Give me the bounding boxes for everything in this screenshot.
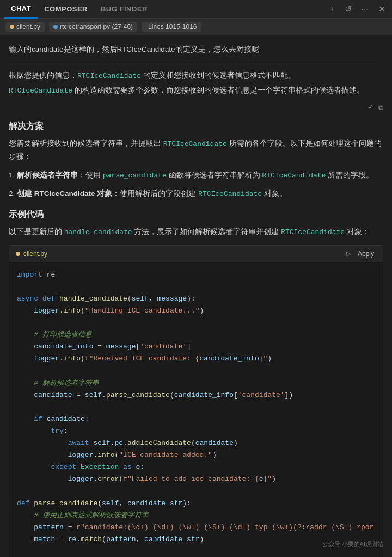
example-intro: 以下是更新后的 handle_candidate 方法，展示了如何解析候选者字符…: [9, 226, 383, 238]
tab-composer[interactable]: COMPOSER: [38, 0, 94, 19]
file-icon-rtcicetransport: [53, 25, 58, 29]
step-1: 1. 解析候选者字符串：使用 parse_candidate 函数将候选者字符串…: [9, 169, 383, 182]
inline-code-2: RTCIceCandidate: [9, 87, 72, 95]
separator: [9, 64, 383, 64]
file-tab-rtcicetransport[interactable]: rtcicetransport.py (27-46): [49, 22, 137, 32]
title-bar: CHAT COMPOSER BUG FINDER + ↺ ··· ✕: [0, 0, 392, 19]
inline-code-rtcice3: RTCIceCandidate: [281, 228, 345, 236]
tab-chat[interactable]: CHAT: [4, 0, 38, 19]
copy-icon[interactable]: ⧉: [378, 103, 383, 112]
file-tab-client-py[interactable]: client.py: [5, 22, 45, 32]
inline-code-parse: parse_candidate: [103, 172, 167, 180]
code-block: client.py ▷ Apply import re async def ha…: [9, 245, 383, 557]
code-block-filename-label: client.py: [23, 250, 47, 258]
add-icon[interactable]: +: [327, 3, 336, 15]
undo-icon[interactable]: ↶: [368, 103, 374, 112]
inline-code-rtcice: RTCIceCandidate: [262, 172, 326, 180]
code-block-actions: ▷ Apply: [346, 249, 376, 259]
apply-button[interactable]: Apply: [356, 249, 376, 259]
tab-bug-finder[interactable]: BUG FINDER: [94, 0, 154, 19]
inline-code-rtcice2: RTCIceCandidate: [198, 190, 262, 198]
file-tab-label-lines: Lines 1015-1016: [148, 23, 197, 30]
solution-header: 解决方案: [9, 121, 383, 132]
inline-code-3: RTCIceCandidate: [163, 140, 227, 148]
code-block-filename: client.py: [16, 250, 47, 258]
more-icon[interactable]: ···: [359, 3, 371, 15]
file-tab-lines[interactable]: Lines 1015-1016: [142, 22, 201, 32]
code-area: import re async def handle_candidate(sel…: [9, 262, 383, 557]
close-icon[interactable]: ✕: [376, 3, 388, 15]
file-icon-client-py: [10, 25, 14, 29]
ai-response-intro2: RTCIceCandidate 的构造函数需要多个参数，而您接收到的候选者信息是…: [9, 84, 383, 97]
file-tab-label-rtcicetransport: rtcicetransport.py (27-46): [60, 23, 133, 30]
file-tabs-bar: client.py rtcicetransport.py (27-46) Lin…: [0, 19, 392, 35]
inline-code-1: RTCIceCandidate: [77, 72, 141, 80]
response-toolbar: ↶ ⧉: [9, 103, 383, 112]
inline-code-handle: handle_candidate: [64, 228, 132, 236]
run-icon: ▷: [346, 250, 351, 258]
code-block-header: client.py ▷ Apply: [9, 246, 383, 262]
py-icon: [16, 252, 20, 256]
history-icon[interactable]: ↺: [342, 3, 354, 15]
user-question: 输入的candidate是这样的，然后RTCIceCandidate的定义是，怎…: [9, 44, 383, 55]
ai-response-intro: 根据您提供的信息，RTCIceCandidate 的定义和您接收到的候选者信息格…: [9, 70, 383, 82]
file-tab-label-client-py: client.py: [16, 23, 40, 30]
chat-content: 输入的candidate是这样的，然后RTCIceCandidate的定义是，怎…: [0, 35, 392, 557]
title-bar-actions: + ↺ ··· ✕: [327, 3, 388, 15]
solution-text: 您需要解析接收到的候选者字符串，并提取出 RTCIceCandidate 所需的…: [9, 138, 383, 163]
example-header: 示例代码: [9, 209, 383, 221]
watermark: 公众号·小栗的AI观测站: [322, 540, 383, 548]
step-2: 2. 创建 RTCIceCandidate 对象：使用解析后的字段创建 RTCI…: [9, 188, 383, 200]
